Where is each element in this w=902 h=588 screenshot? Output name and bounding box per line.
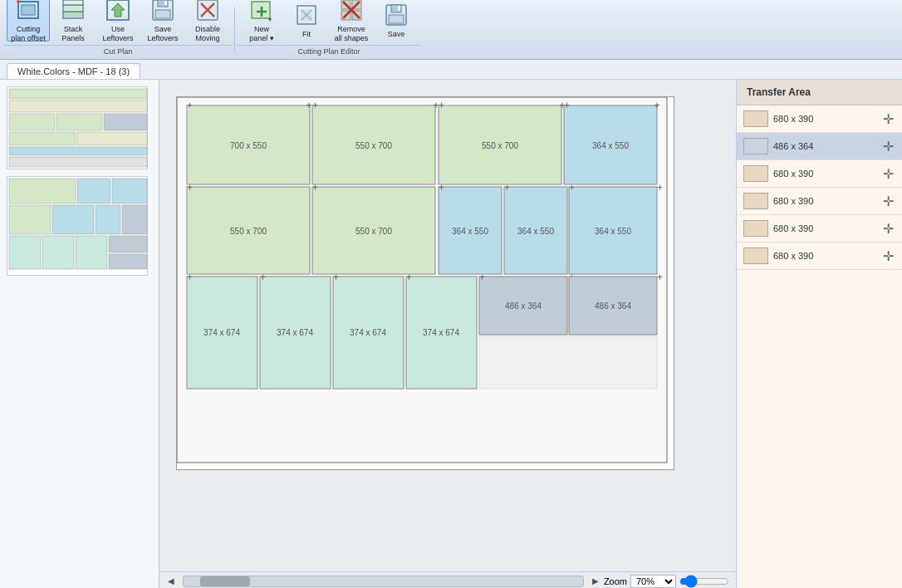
disable-moving-button[interactable]: Disable Moving — [186, 0, 229, 42]
transfer-label-1: 680 x 390 — [773, 114, 876, 124]
transfer-swatch-4 — [743, 193, 768, 209]
transfer-item-4[interactable]: 680 x 390 ✛ — [737, 188, 902, 215]
svg-rect-48 — [42, 236, 74, 269]
mini-canvas-2[interactable] — [7, 176, 148, 276]
canvas-scroll[interactable]: 700 x 550 + 550 x 700 + 550 x 700 + 364 … — [159, 80, 736, 571]
use-leftovers-button[interactable]: Use Leftovers — [96, 0, 140, 42]
transfer-add-4[interactable]: ✛ — [881, 194, 895, 209]
svg-rect-44 — [52, 205, 94, 234]
save-button[interactable]: Save — [375, 0, 418, 42]
transfer-add-1[interactable]: ✛ — [881, 111, 895, 127]
svg-text:364 x 550: 364 x 550 — [595, 227, 631, 236]
svg-rect-29 — [389, 15, 404, 23]
toolbar-group-cut-plan: Cutting plan offset Stack Panels — [3, 0, 233, 59]
transfer-label-5: 680 x 390 — [773, 223, 876, 233]
transfer-label-6: 680 x 390 — [773, 251, 876, 261]
svg-rect-30 — [398, 6, 400, 11]
new-panel-button[interactable]: Newpanel ▾ — [240, 0, 283, 42]
transfer-add-6[interactable]: ✛ — [881, 248, 895, 264]
transfer-item-6[interactable]: 680 x 390 ✛ — [737, 243, 902, 270]
cut-plan-offset-icon — [15, 0, 42, 23]
horizontal-scrollbar[interactable] — [183, 576, 584, 587]
tab-white-colors[interactable]: White.Colors - MDF - 18 (3) — [7, 63, 140, 79]
scrollbar-thumb[interactable] — [200, 576, 250, 586]
transfer-add-3[interactable]: ✛ — [881, 166, 895, 182]
editor-group-label: Cutting Plan Editor — [237, 45, 421, 56]
svg-rect-37 — [77, 132, 147, 145]
transfer-swatch-2 — [743, 138, 768, 154]
toolbar: Cutting plan offset Stack Panels — [0, 0, 902, 60]
svg-rect-1 — [22, 5, 35, 15]
svg-text:364 x 550: 364 x 550 — [452, 227, 488, 236]
svg-rect-47 — [9, 236, 41, 269]
svg-text:550 x 700: 550 x 700 — [355, 141, 392, 150]
svg-text:+: + — [187, 100, 193, 111]
cut-plan-offset-label: Cutting plan offset — [11, 25, 45, 43]
transfer-label-2: 486 x 364 — [773, 141, 876, 151]
save-label: Save — [388, 30, 405, 39]
zoom-select[interactable]: 70% 50% 60% 80% 90% 100% — [630, 575, 676, 588]
cut-plan-offset-button[interactable]: Cutting plan offset — [7, 0, 50, 42]
svg-rect-40 — [9, 179, 76, 203]
svg-rect-43 — [9, 205, 51, 234]
svg-rect-10 — [155, 10, 170, 18]
transfer-add-2[interactable]: ✛ — [881, 139, 895, 154]
svg-text:550 x 700: 550 x 700 — [355, 227, 392, 236]
fit-button[interactable]: Fit — [285, 0, 328, 42]
transfer-item-3[interactable]: 680 x 390 ✛ — [737, 160, 902, 188]
svg-rect-41 — [77, 179, 110, 203]
toolbar-buttons-editor: Newpanel ▾ Fit — [237, 0, 421, 43]
svg-rect-11 — [164, 1, 167, 5]
zoom-bar: ◀ ▶ Zoom 70% 50% 60% 80% 90% 100% — [159, 571, 736, 588]
scroll-right-arrow[interactable]: ▶ — [591, 576, 601, 586]
toolbar-group-editor: Newpanel ▾ Fit — [237, 0, 421, 59]
svg-rect-6 — [63, 0, 83, 5]
svg-text:+: + — [569, 182, 575, 194]
svg-text:+: + — [312, 100, 318, 111]
transfer-add-5[interactable]: ✛ — [881, 221, 895, 237]
transfer-swatch-6 — [743, 247, 768, 264]
svg-text:+: + — [439, 100, 444, 111]
svg-rect-31 — [9, 89, 147, 99]
svg-text:+: + — [406, 272, 412, 283]
stack-panels-label: Stack Panels — [61, 25, 85, 43]
mini-canvas-1[interactable] — [7, 86, 148, 169]
svg-text:+: + — [187, 182, 193, 194]
right-panel: Transfer Area 680 x 390 ✛ 486 x 364 ✛ 68… — [736, 80, 902, 588]
canvas-area: 700 x 550 + 550 x 700 + 550 x 700 + 364 … — [159, 80, 736, 588]
use-leftovers-icon — [105, 0, 131, 23]
svg-text:+: + — [187, 272, 193, 283]
transfer-item-2[interactable]: 486 x 364 ✛ — [737, 133, 902, 160]
svg-marker-18 — [268, 18, 272, 22]
transfer-list: 680 x 390 ✛ 486 x 364 ✛ 680 x 390 ✛ 680 … — [737, 105, 902, 588]
transfer-item-5[interactable]: 680 x 390 ✛ — [737, 215, 902, 243]
svg-text:+: + — [333, 272, 339, 283]
svg-text:486 x 364: 486 x 364 — [505, 301, 542, 311]
svg-rect-4 — [63, 12, 83, 18]
svg-text:550 x 700: 550 x 700 — [230, 227, 267, 236]
disable-moving-label: Disable Moving — [195, 25, 220, 43]
remove-all-shapes-button[interactable]: Removeall shapes — [330, 0, 373, 42]
svg-text:+: + — [657, 272, 663, 283]
save-leftovers-button[interactable]: Save Leftovers — [141, 0, 184, 42]
svg-text:+: + — [260, 272, 266, 283]
left-panel — [0, 80, 159, 588]
transfer-item-1[interactable]: 680 x 390 ✛ — [737, 105, 902, 133]
svg-text:374 x 674: 374 x 674 — [350, 328, 386, 337]
scroll-left-arrow[interactable]: ◀ — [166, 576, 176, 586]
svg-rect-39 — [9, 157, 147, 167]
transfer-label-3: 680 x 390 — [773, 169, 876, 179]
svg-rect-5 — [63, 5, 83, 12]
svg-rect-34 — [56, 114, 102, 130]
new-panel-label: Newpanel ▾ — [249, 25, 274, 43]
zoom-slider[interactable] — [679, 575, 729, 588]
svg-rect-42 — [112, 179, 147, 203]
svg-rect-36 — [9, 132, 76, 145]
transfer-swatch-5 — [743, 220, 768, 237]
remove-all-shapes-label: Removeall shapes — [335, 25, 369, 43]
svg-rect-33 — [9, 114, 55, 130]
toolbar-separator-1 — [234, 7, 235, 52]
svg-text:364 x 550: 364 x 550 — [592, 141, 629, 150]
stack-panels-button[interactable]: Stack Panels — [51, 0, 95, 42]
svg-text:374 x 674: 374 x 674 — [203, 328, 240, 337]
